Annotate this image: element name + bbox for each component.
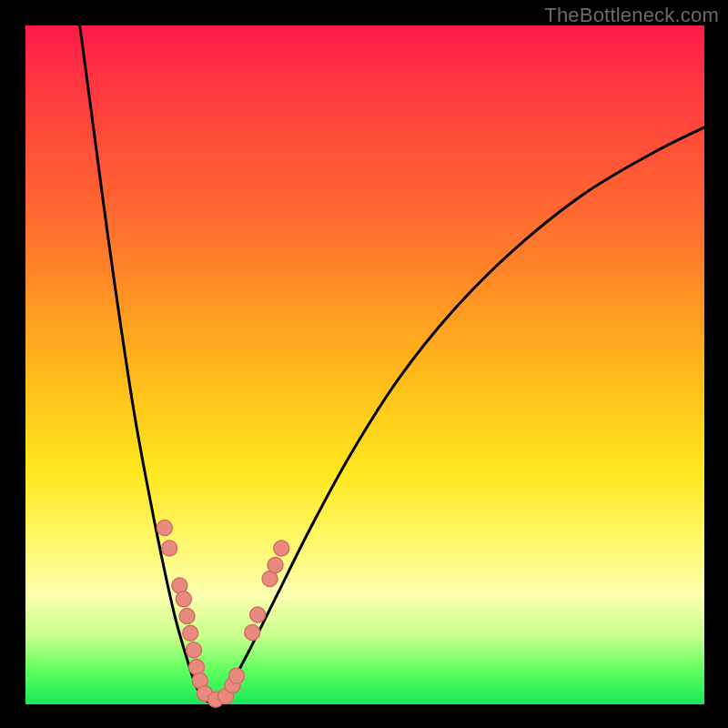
highlight-dot <box>176 592 191 607</box>
chart-stage: TheBottleneck.com <box>0 0 728 728</box>
highlight-dot <box>157 521 172 536</box>
highlight-dots <box>157 521 288 708</box>
left-branch-curve <box>80 25 216 704</box>
highlight-dot <box>183 625 198 641</box>
highlight-dot <box>187 642 202 658</box>
plot-area <box>25 25 704 704</box>
highlight-dot <box>268 558 283 573</box>
right-branch-curve <box>216 127 704 704</box>
highlight-dot <box>179 609 195 624</box>
highlight-dot <box>162 541 177 556</box>
highlight-dot <box>274 541 289 556</box>
watermark-text: TheBottleneck.com <box>544 4 719 27</box>
curve-layer <box>25 25 704 704</box>
highlight-dot <box>229 668 245 683</box>
highlight-dot <box>245 624 260 640</box>
highlight-dot <box>250 607 266 622</box>
